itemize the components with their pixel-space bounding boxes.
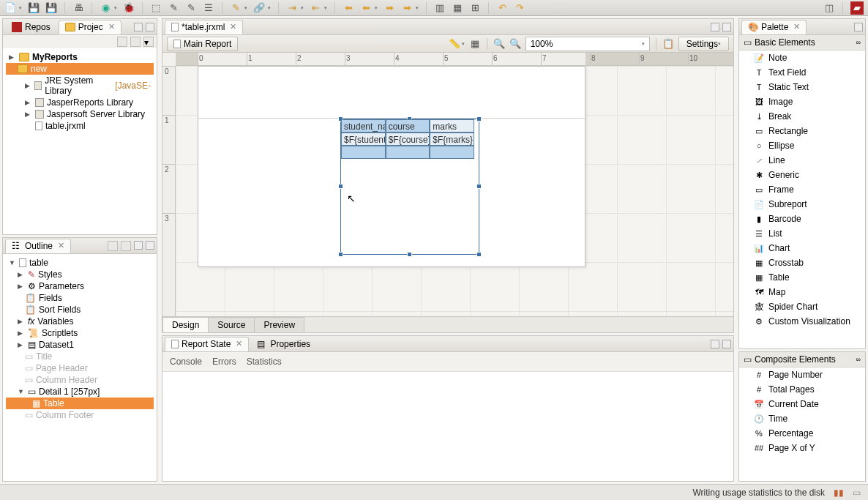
- close-icon[interactable]: ✕: [230, 22, 236, 31]
- palette-item-current-date[interactable]: 📅Current Date: [739, 397, 865, 411]
- build-icon[interactable]: ◉: [100, 2, 111, 14]
- close-icon[interactable]: ✕: [58, 241, 64, 250]
- zoom-select[interactable]: 100%▾: [525, 37, 650, 51]
- app-icon[interactable]: ▰: [850, 1, 864, 15]
- list-icon[interactable]: ☰: [203, 2, 214, 14]
- minimize-icon[interactable]: [711, 340, 719, 348]
- zoomin-icon[interactable]: 🔍: [493, 38, 505, 50]
- ruler-icon[interactable]: 📏: [449, 38, 460, 50]
- close-icon[interactable]: ✕: [236, 339, 242, 348]
- palette-item-page-number[interactable]: #Page Number: [739, 367, 865, 382]
- lib-jasper[interactable]: ▶JasperReports Library: [6, 97, 154, 108]
- t1-icon[interactable]: ⇥: [286, 2, 298, 14]
- outline-pgheader[interactable]: ▭Page Header: [6, 362, 154, 374]
- outline-detail[interactable]: ▼▭Detail 1 [257px]: [6, 386, 154, 398]
- save-icon[interactable]: 💾: [28, 2, 40, 14]
- palette-item-break[interactable]: ⤓Break: [739, 109, 865, 124]
- lib-jre[interactable]: ▶JRE System Library [JavaSE-: [6, 75, 154, 97]
- back-icon[interactable]: ⬅: [343, 2, 354, 14]
- console-tab[interactable]: Console: [170, 357, 202, 367]
- palette-item-subreport[interactable]: 📄Subreport: [739, 197, 865, 212]
- outline-table[interactable]: ▦Table: [6, 398, 154, 409]
- palette-item-crosstab[interactable]: ▦Crosstab: [739, 255, 865, 270]
- new-icon[interactable]: 📄: [4, 2, 16, 14]
- palette-item-static-text[interactable]: TStatic Text: [739, 80, 865, 94]
- composite-elements-section[interactable]: ▭Composite Elements∞: [739, 352, 865, 367]
- design-tab[interactable]: Design: [162, 317, 209, 332]
- outline-params[interactable]: ▶⚙Parameters: [6, 280, 154, 292]
- layout3-icon[interactable]: ⊞: [469, 2, 481, 14]
- redo-icon[interactable]: ✎: [168, 2, 179, 14]
- editor-file-tab[interactable]: *table.jrxml✕: [165, 20, 243, 34]
- outline-sortfields[interactable]: 📋Sort Fields: [6, 304, 154, 316]
- source-tab[interactable]: Source: [208, 317, 255, 332]
- rotl-icon[interactable]: ↶: [496, 2, 508, 14]
- outline-colheader[interactable]: ▭Column Header: [6, 374, 154, 386]
- edit-icon[interactable]: ✎: [185, 2, 197, 14]
- palette-item-list[interactable]: ☰List: [739, 226, 865, 241]
- preview-tab[interactable]: Preview: [254, 317, 304, 332]
- errors-tab[interactable]: Errors: [212, 357, 236, 367]
- maximize-icon[interactable]: [146, 23, 154, 31]
- outline-btn1[interactable]: [108, 241, 118, 251]
- close-icon[interactable]: ✕: [793, 22, 800, 31]
- outline-styles[interactable]: ▶✎Styles: [6, 269, 154, 280]
- outline-scriptlets[interactable]: ▶📜Scriptlets: [6, 327, 154, 339]
- rotr-icon[interactable]: ↷: [514, 2, 525, 14]
- t2-icon[interactable]: ⇤: [310, 2, 321, 14]
- palette-item-rectangle[interactable]: ▭Rectangle: [739, 124, 865, 138]
- grid-icon[interactable]: ▦: [469, 38, 481, 50]
- palette-item-page-x-of-y[interactable]: ##Page X of Y: [739, 441, 865, 455]
- new-folder[interactable]: new: [6, 63, 154, 75]
- outline-btn2[interactable]: [121, 241, 131, 251]
- palette-item-frame[interactable]: ▭Frame: [739, 182, 865, 197]
- fwd-icon[interactable]: ➡: [384, 2, 395, 14]
- palette-item-note[interactable]: 📝Note: [739, 51, 865, 65]
- outline-dataset[interactable]: ▶▤Dataset1: [6, 339, 154, 351]
- layout2-icon[interactable]: ▦: [452, 2, 463, 14]
- link-icon[interactable]: 🔗: [253, 2, 265, 14]
- palette-item-spider-chart[interactable]: 🕸Spider Chart: [739, 299, 865, 314]
- outline-colfooter[interactable]: ▭Column Footer: [6, 409, 154, 421]
- close-icon[interactable]: ✕: [108, 22, 115, 31]
- minimize-icon[interactable]: [134, 23, 143, 31]
- repos-tab[interactable]: Repos: [5, 20, 57, 34]
- fwd2-icon[interactable]: ➡: [401, 2, 413, 14]
- undo-icon[interactable]: ⬚: [150, 2, 162, 14]
- basic-elements-section[interactable]: ▭Basic Elements∞: [739, 35, 865, 51]
- myreports-folder[interactable]: ▶MyReports: [6, 51, 154, 63]
- palette-item-text-field[interactable]: TText Field: [739, 65, 865, 80]
- palette-item-custom-visualization[interactable]: ⚙Custom Visualization: [739, 314, 865, 329]
- outline-vars[interactable]: ▶fxVariables: [6, 316, 154, 327]
- palette-item-barcode[interactable]: ▮Barcode: [739, 212, 865, 226]
- minimize-icon[interactable]: [134, 241, 143, 250]
- maximize-icon[interactable]: [146, 241, 154, 250]
- back2-icon[interactable]: ⬅: [360, 2, 372, 14]
- file-table[interactable]: table.jrxml: [6, 120, 154, 132]
- design-canvas[interactable]: student_name course marks $F{student_na …: [176, 66, 733, 316]
- save-all-icon[interactable]: 💾: [45, 2, 57, 14]
- properties-tab[interactable]: ▤Properties: [250, 337, 317, 351]
- outline-tab[interactable]: ☷Outline✕: [5, 239, 71, 253]
- palette-tab[interactable]: 🎨Palette✕: [741, 20, 807, 34]
- palette-item-table[interactable]: ▦Table: [739, 270, 865, 285]
- minimize-icon[interactable]: [711, 23, 719, 31]
- minimize-icon[interactable]: [854, 23, 863, 31]
- link-button[interactable]: [130, 37, 141, 47]
- zoomout-icon[interactable]: 🔍: [509, 38, 521, 50]
- main-report-button[interactable]: Main Report: [167, 37, 238, 51]
- outline-title[interactable]: ▭Title: [6, 351, 154, 362]
- palette-item-percentage[interactable]: %Percentage: [739, 426, 865, 441]
- palette-item-time[interactable]: 🕐Time: [739, 411, 865, 426]
- statistics-tab[interactable]: Statistics: [247, 357, 282, 367]
- lib-server[interactable]: ▶Jaspersoft Server Library: [6, 108, 154, 120]
- outline-fields[interactable]: 📋Fields: [6, 292, 154, 304]
- palette-item-map[interactable]: 🗺Map: [739, 285, 865, 299]
- outline-root[interactable]: ▼table: [6, 257, 154, 269]
- maximize-icon[interactable]: [722, 23, 731, 31]
- table-element[interactable]: student_name course marks $F{student_na …: [340, 119, 479, 255]
- palette-item-total-pages[interactable]: #Total Pages: [739, 382, 865, 397]
- bug-icon[interactable]: 🐞: [123, 2, 135, 14]
- palette-item-image[interactable]: 🖼Image: [739, 94, 865, 109]
- settings-icon[interactable]: 📋: [662, 38, 674, 50]
